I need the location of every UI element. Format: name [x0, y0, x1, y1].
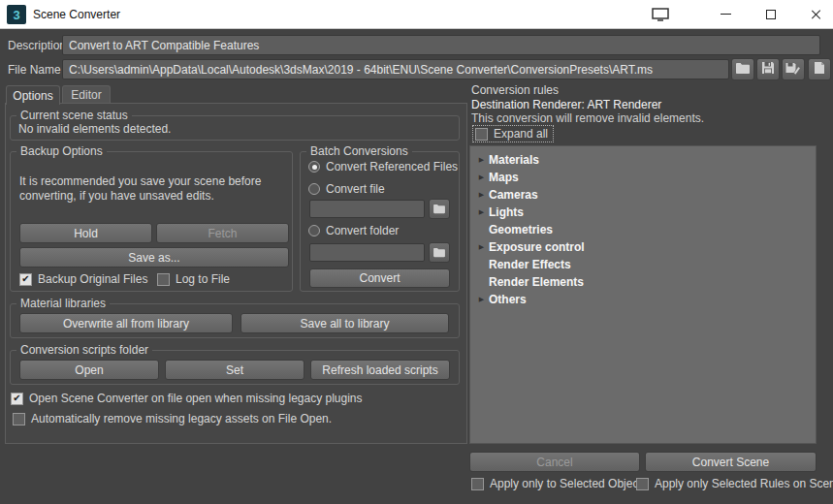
backup-original-files-checkbox[interactable]: Backup Original Files [19, 272, 147, 286]
tree-item-label: Exposure control [489, 240, 585, 254]
open-button-label: Open [75, 363, 103, 377]
scene-status-message: No invalid elements detected. [18, 122, 171, 136]
open-on-missing-plugins-label: Open Scene Converter on file open when m… [29, 392, 363, 405]
conversion-scripts-folder-title: Conversion scripts folder [16, 343, 152, 357]
convert-scene-button-label: Convert Scene [692, 456, 769, 469]
refresh-button-label: Refresh loaded scripts [322, 363, 437, 377]
convert-scene-button[interactable]: Convert Scene [645, 452, 817, 472]
tree-item-cameras[interactable]: ▶ Cameras [470, 186, 816, 204]
checkbox-icon [157, 273, 170, 286]
file-name-input[interactable] [62, 59, 729, 79]
convert-folder-radio[interactable]: Convert folder [308, 224, 399, 237]
scene-converter-window: 3 Scene Converter Description File Name … [0, 0, 833, 504]
log-to-file-checkbox[interactable]: Log to File [157, 272, 230, 286]
radio-icon [308, 161, 320, 173]
scene-status-group: Current scene status No invalid elements… [10, 115, 460, 141]
open-scripts-folder-button[interactable]: Open [19, 360, 159, 380]
overwrite-all-label: Overwrite all from library [63, 317, 189, 331]
tab-editor-label: Editor [71, 88, 101, 102]
new-file-icon [814, 61, 825, 79]
tree-item-lights[interactable]: ▶ Lights [470, 204, 816, 221]
minimize-button[interactable] [707, 0, 744, 28]
expand-arrow-icon[interactable]: ▶ [474, 151, 489, 169]
tree-item-geometries[interactable]: Geometries [470, 221, 816, 238]
app-icon-glyph: 3 [13, 8, 19, 22]
hold-button[interactable]: Hold [19, 223, 152, 243]
conversion-rules-title: Conversion rules [471, 83, 559, 97]
convert-button[interactable]: Convert [309, 268, 450, 288]
convert-folder-path-input[interactable] [309, 243, 425, 262]
save-preset-button[interactable] [756, 58, 780, 80]
expand-all-checkbox[interactable]: Expand all [472, 125, 554, 142]
material-libraries-title: Material libraries [16, 297, 110, 310]
tree-item-label: Materials [489, 153, 539, 167]
refresh-loaded-scripts-button[interactable]: Refresh loaded scripts [310, 360, 450, 380]
browse-folder-button[interactable] [429, 242, 450, 263]
close-icon [810, 8, 822, 20]
radio-icon [308, 183, 320, 195]
apply-only-selected-rules-checkbox[interactable]: Apply only Selected Rules on Scene [636, 477, 833, 490]
titlebar: 3 Scene Converter [0, 0, 833, 29]
auto-remove-missing-assets-checkbox[interactable]: Automatically remove missing legacy asse… [13, 412, 332, 425]
save-as-icon [785, 61, 801, 79]
tree-item-exposure-control[interactable]: ▶ Exposure control [470, 238, 816, 256]
tab-options-label: Options [13, 89, 52, 103]
tree-item-label: Others [489, 293, 527, 306]
convert-file-label: Convert file [326, 182, 385, 196]
open-on-missing-plugins-checkbox[interactable]: Open Scene Converter on file open when m… [11, 392, 363, 405]
expand-arrow-icon[interactable]: ▶ [474, 238, 489, 256]
tree-item-others[interactable]: ▶ Others [470, 291, 816, 308]
convert-folder-label: Convert folder [326, 224, 399, 237]
tab-options[interactable]: Options [6, 85, 60, 105]
convert-file-radio[interactable]: Convert file [308, 182, 385, 196]
folder-icon [433, 201, 446, 218]
cancel-button[interactable]: Cancel [469, 452, 640, 472]
checkbox-icon [471, 478, 484, 490]
material-libraries-group: Material libraries Overwrite all from li… [10, 303, 460, 338]
expand-arrow-icon[interactable]: ▶ [474, 204, 489, 221]
new-preset-button[interactable] [808, 58, 831, 80]
fetch-button-label: Fetch [208, 227, 237, 240]
expand-arrow-icon[interactable]: ▶ [474, 186, 489, 204]
overwrite-all-from-library-button[interactable]: Overwrite all from library [19, 313, 233, 333]
save-as-button[interactable]: Save as... [19, 247, 289, 268]
save-preset-as-button[interactable] [782, 58, 805, 80]
tree-item-label: Geometries [489, 223, 553, 236]
window-title: Scene Converter [33, 0, 120, 29]
display-icon[interactable] [652, 8, 669, 25]
tab-editor[interactable]: Editor [62, 85, 111, 104]
set-button-label: Set [226, 363, 243, 377]
browse-file-button[interactable] [429, 199, 450, 219]
tree-item-label: Render Elements [489, 275, 584, 289]
close-button[interactable] [797, 0, 833, 28]
description-input[interactable] [62, 35, 820, 55]
folder-icon [735, 61, 751, 79]
hold-button-label: Hold [74, 227, 98, 240]
batch-conversions-group: Batch Conversions Convert Referenced Fil… [300, 151, 460, 292]
scene-status-title: Current scene status [16, 109, 132, 122]
maximize-button[interactable] [753, 0, 789, 28]
tree-item-label: Maps [489, 171, 519, 184]
fetch-button[interactable]: Fetch [156, 223, 289, 243]
checkbox-icon [475, 128, 488, 141]
convert-file-path-input[interactable] [309, 200, 425, 218]
apply-only-selected-objects-label: Apply only to Selected Objects [490, 477, 648, 490]
tree-item-label: Lights [489, 205, 524, 219]
tree-item-render-elements[interactable]: Render Elements [470, 273, 816, 291]
tree-item-materials[interactable]: ▶ Materials [470, 151, 816, 169]
convert-referenced-files-radio[interactable]: Convert Referenced Files [308, 160, 458, 173]
tree-item-maps[interactable]: ▶ Maps [470, 169, 816, 186]
set-scripts-folder-button[interactable]: Set [165, 360, 304, 380]
checkbox-icon [11, 393, 23, 405]
save-icon [761, 61, 775, 79]
save-all-to-library-button[interactable]: Save all to library [240, 313, 449, 333]
browse-preset-button[interactable] [731, 58, 754, 80]
checkbox-icon [636, 478, 649, 490]
backup-note-line1: It is recommended you save your scene be… [19, 174, 261, 188]
expand-arrow-icon[interactable]: ▶ [474, 169, 489, 186]
apply-only-selected-objects-checkbox[interactable]: Apply only to Selected Objects [471, 477, 648, 490]
tree-item-render-effects[interactable]: Render Effects [470, 256, 816, 273]
convert-referenced-files-label: Convert Referenced Files [326, 160, 458, 173]
expand-arrow-icon[interactable]: ▶ [474, 291, 489, 308]
conversion-rules-tree: ▶ Materials ▶ Maps ▶ Cameras ▶ Lights Ge… [469, 145, 817, 444]
